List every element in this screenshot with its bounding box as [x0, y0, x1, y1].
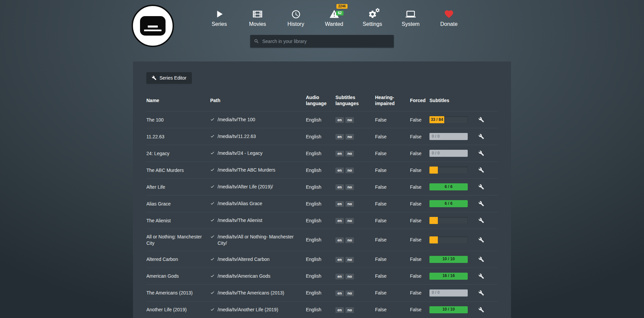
nav-item-movies[interactable]: Movies: [247, 9, 268, 27]
series-name-link[interactable]: All or Nothing: Manchester City: [146, 234, 202, 245]
subtitle-language-badge: no: [346, 218, 354, 224]
series-path: /media/tv/The Alienist: [218, 217, 262, 223]
subtitles-progress-fill: 6 / 6: [429, 200, 468, 207]
series-name-link[interactable]: 11.22.63: [146, 134, 164, 139]
edit-series-button[interactable]: [478, 257, 484, 262]
subtitles-progress-label: 10 / 10: [443, 257, 455, 262]
path-check-icon: [210, 117, 215, 123]
edit-series-button[interactable]: [478, 117, 484, 123]
subtitle-language-badge: en: [335, 134, 344, 140]
hearing-impaired-value: False: [375, 290, 386, 296]
table-row: American Gods /media/tv/American Gods En…: [146, 268, 498, 284]
table-row: After Life /media/tv/After Life (2019)/ …: [146, 179, 498, 195]
search-icon: [254, 39, 259, 44]
app-logo[interactable]: [132, 5, 174, 47]
audio-language-value: English: [306, 117, 321, 123]
nav-item-wanted[interactable]: 2246 62 Wanted: [324, 9, 344, 27]
series-name-link[interactable]: The 100: [146, 117, 164, 123]
series-path: /media/tv/All or Nothing- Manchester Cit…: [218, 234, 303, 246]
path-check-icon: [210, 167, 215, 173]
subtitles-progress-label: 10 / 10: [443, 307, 455, 312]
series-name-link[interactable]: After Life: [146, 184, 165, 190]
wrench-icon: [478, 201, 484, 207]
heart-icon: [444, 9, 454, 19]
edit-series-button[interactable]: [478, 218, 484, 223]
nav-label-movies: Movies: [249, 21, 266, 27]
series-path: /media/tv/Altered Carbon: [218, 256, 270, 262]
subtitles-progress-fill: 0 / 0: [429, 133, 468, 140]
edit-series-button[interactable]: [478, 273, 484, 279]
hearing-impaired-value: False: [375, 237, 386, 242]
wrench-icon: [478, 167, 484, 173]
series-panel: Series Editor Name Path Audio language S…: [133, 61, 511, 318]
wrench-icon: [478, 273, 484, 279]
audio-language-value: English: [306, 184, 321, 190]
table-row: The Alienist /media/tv/The Alienist Engl…: [146, 212, 498, 229]
subtitle-languages: enno: [335, 168, 354, 173]
wrench-icon: [478, 150, 484, 156]
series-name-link[interactable]: Alias Grace: [146, 201, 171, 207]
nav-item-settings[interactable]: Settings: [362, 9, 383, 27]
subtitle-language-badge: no: [346, 168, 354, 173]
forced-value: False: [410, 218, 421, 223]
audio-language-value: English: [306, 218, 321, 223]
edit-series-button[interactable]: [478, 237, 484, 243]
nav-item-history[interactable]: History: [285, 9, 306, 27]
subtitle-languages: enno: [335, 307, 354, 313]
series-name-link[interactable]: The Americans (2013): [146, 290, 193, 296]
subtitle-languages: enno: [335, 257, 354, 263]
series-path: /media/tv/The ABC Murders: [218, 167, 275, 173]
hearing-impaired-value: False: [375, 273, 386, 279]
subtitle-language-badge: no: [346, 274, 354, 279]
forced-value: False: [410, 273, 421, 279]
table-row: Altered Carbon /media/tv/Altered Carbon …: [146, 251, 498, 268]
edit-series-button[interactable]: [478, 167, 484, 173]
nav-item-donate[interactable]: Donate: [439, 9, 459, 27]
edit-series-button[interactable]: [478, 307, 484, 313]
nav-label-wanted: Wanted: [325, 21, 343, 27]
edit-series-button[interactable]: [478, 290, 484, 296]
nav-item-series[interactable]: Series: [209, 9, 230, 27]
col-header-subtitles-languages: Subtitles languages: [335, 92, 375, 111]
film-icon: [252, 9, 263, 19]
wrench-icon: [478, 218, 484, 223]
subtitle-languages: enno: [335, 134, 354, 140]
table-row: 24: Legacy /media/tv/24 - Legacy English…: [146, 145, 498, 162]
subtitles-progress-bar: [429, 167, 468, 174]
hearing-impaired-value: False: [375, 168, 386, 173]
subtitle-languages: enno: [335, 218, 354, 224]
gears-icon: [368, 9, 377, 19]
series-name-link[interactable]: 24: Legacy: [146, 151, 170, 156]
subtitles-progress-bar: [429, 236, 468, 243]
nav-item-system[interactable]: System: [400, 9, 421, 27]
edit-series-button[interactable]: [478, 150, 484, 156]
series-name-link[interactable]: American Gods: [146, 273, 179, 279]
subtitle-language-badge: no: [346, 151, 354, 156]
series-editor-button[interactable]: Series Editor: [146, 72, 192, 84]
series-name-link[interactable]: Altered Carbon: [146, 257, 178, 262]
edit-series-button[interactable]: [478, 201, 484, 207]
nav-label-series: Series: [212, 21, 227, 27]
forced-value: False: [410, 201, 421, 207]
path-check-icon: [210, 307, 215, 313]
audio-language-value: English: [306, 134, 321, 139]
nav-label-system: System: [402, 21, 419, 27]
series-name-link[interactable]: Another Life (2019): [146, 307, 187, 312]
subtitles-progress-bar: 10 / 10: [429, 306, 468, 313]
clock-icon: [291, 9, 301, 19]
subtitle-languages: enno: [335, 184, 354, 190]
subtitle-languages: enno: [335, 274, 354, 279]
search-input[interactable]: [250, 35, 394, 48]
col-header-path: Path: [210, 92, 306, 111]
series-name-link[interactable]: The ABC Murders: [146, 168, 184, 173]
subtitle-languages: enno: [335, 290, 354, 296]
subtitles-progress-fill: [429, 167, 438, 174]
audio-language-value: English: [306, 168, 321, 173]
edit-series-button[interactable]: [478, 134, 484, 139]
series-name-link[interactable]: The Alienist: [146, 218, 171, 223]
subtitles-progress-bar: 0 / 0: [429, 289, 468, 297]
wrench-icon: [478, 290, 484, 296]
table-row: The ABC Murders /media/tv/The ABC Murder…: [146, 162, 498, 179]
edit-series-button[interactable]: [478, 184, 484, 190]
subtitles-progress-fill: 10 / 10: [429, 306, 468, 313]
